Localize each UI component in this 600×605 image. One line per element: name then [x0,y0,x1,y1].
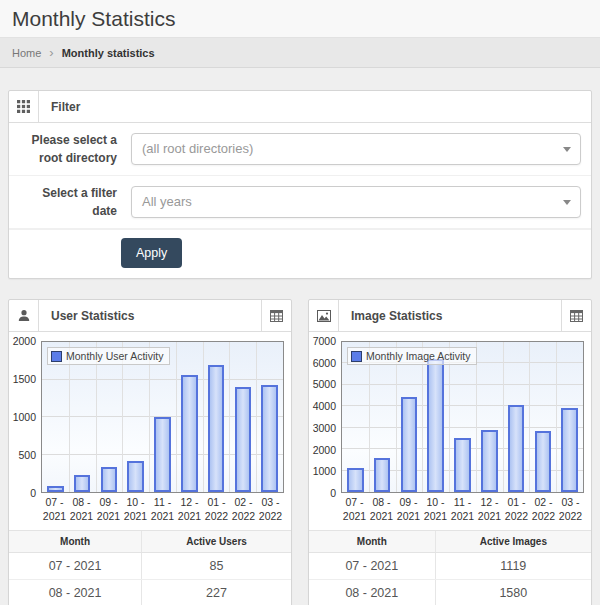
filter-date-row: Select a filter date All years [9,176,591,229]
legend-label: Monthly User Activity [66,350,163,362]
x-axis: 07 -202108 -202109 -202110 -202111 -2021… [341,496,584,523]
y-tick-label: 6000 [313,357,336,369]
column-header: Active Images [435,531,591,553]
v-gridline [529,342,530,492]
root-directory-label: Please select a root directory [19,131,121,167]
breadcrumb-home-link[interactable]: Home [12,47,41,59]
filter-panel: Filter Please select a root directory (a… [8,90,592,279]
h-gridline [342,405,583,406]
bar [127,461,144,493]
bar [561,408,578,492]
image-statistics-panel: Image Statistics 01000200030004000500060… [308,299,592,605]
bar [74,475,91,492]
table-row: 08 - 20211580 [309,580,591,605]
table-header-row: MonthActive Images [309,531,591,553]
image-icon [309,300,339,331]
bar [208,365,225,492]
y-axis: 0500100015002000 [11,341,41,493]
table-cell: 08 - 2021 [9,580,142,605]
x-tick-label: 12 -2021 [476,496,503,523]
x-tick-label: 01 -2022 [503,496,530,523]
user-icon [9,300,39,331]
x-tick-label: 08 -2021 [368,496,395,523]
x-tick-label: 10 -2021 [422,496,449,523]
y-tick-label: 0 [30,487,36,499]
filter-date-control: All years [131,186,581,218]
table-header-row: MonthActive Users [9,531,291,553]
filter-grid-icon [9,91,39,122]
breadcrumb-separator-icon: › [49,46,53,59]
legend-swatch-icon [351,351,362,362]
apply-button[interactable]: Apply [121,238,182,268]
x-tick-label: 11 -2021 [449,496,476,523]
table-cell: 07 - 2021 [9,553,142,580]
user-table-view-button[interactable] [261,300,291,331]
filter-date-select[interactable]: All years [131,186,581,218]
v-gridline [229,342,230,492]
plot-column: Monthly User Activity07 -202108 -202109 … [41,341,284,523]
legend-swatch-icon [51,351,62,362]
bar [101,467,118,492]
y-tick-label: 5000 [313,378,336,390]
x-tick-label: 11 -2021 [149,496,176,523]
table-icon [570,310,583,322]
plot-column: Monthly Image Activity07 -202108 -202109… [341,341,584,523]
x-tick-label: 02 -2022 [230,496,257,523]
image-statistics-table: MonthActive Images07 - 2021111908 - 2021… [309,530,591,605]
image-statistics-title: Image Statistics [339,300,561,331]
y-tick-label: 2000 [13,335,36,347]
x-tick-label: 09 -2021 [95,496,122,523]
user-activity-chart: 0500100015002000Monthly User Activity07 … [9,332,291,528]
y-tick-label: 7000 [313,335,336,347]
bar [454,438,471,492]
user-statistics-panel: User Statistics 0500100015002000Monthly … [8,299,292,605]
legend-label: Monthly Image Activity [366,350,470,362]
page-header: Monthly Statistics [0,0,600,37]
table-row: 08 - 2021227 [9,580,291,605]
x-tick-label: 01 -2022 [203,496,230,523]
plot-area: Monthly Image Activity [341,341,584,493]
breadcrumb-current: Monthly statistics [62,47,155,59]
bar [235,387,252,492]
column-header: Active Users [142,531,291,553]
table-cell: 07 - 2021 [309,553,435,580]
root-directory-control: (all root directories) [131,133,581,165]
user-statistics-header: User Statistics [9,300,291,332]
v-gridline [203,342,204,492]
x-tick-label: 09 -2021 [395,496,422,523]
table-icon [270,310,283,322]
x-tick-label: 07 -2021 [41,496,68,523]
x-tick-label: 03 -2022 [557,496,584,523]
h-gridline [342,384,583,385]
user-statistics-table: MonthActive Users07 - 20218508 - 2021227… [9,530,291,605]
bar [47,486,64,492]
user-statistics-title: User Statistics [39,300,261,331]
image-activity-chart: 01000200030004000500060007000Monthly Ima… [309,332,591,528]
column-header: Month [9,531,142,553]
image-table-view-button[interactable] [561,300,591,331]
bar [347,468,364,492]
filter-date-label: Select a filter date [19,184,121,220]
statistics-panels: User Statistics 0500100015002000Monthly … [8,299,592,605]
bar [508,405,525,492]
table-cell: 08 - 2021 [309,580,435,605]
v-gridline [256,342,257,492]
chevron-down-icon [563,200,571,205]
x-tick-label: 02 -2022 [530,496,557,523]
y-axis: 01000200030004000500060007000 [311,341,341,493]
table-cell: 1580 [435,580,591,605]
x-tick-label: 08 -2021 [68,496,95,523]
table-cell: 1119 [435,553,591,580]
root-directory-row: Please select a root directory (all root… [9,123,591,176]
x-tick-label: 07 -2021 [341,496,368,523]
chevron-down-icon [563,147,571,152]
bar [535,431,552,492]
table-row: 07 - 20211119 [309,553,591,580]
h-gridline [342,427,583,428]
root-directory-select[interactable]: (all root directories) [131,133,581,165]
y-tick-label: 500 [18,449,36,461]
v-gridline [176,342,177,492]
y-tick-label: 2000 [313,444,336,456]
bar [481,430,498,492]
x-tick-label: 12 -2021 [176,496,203,523]
